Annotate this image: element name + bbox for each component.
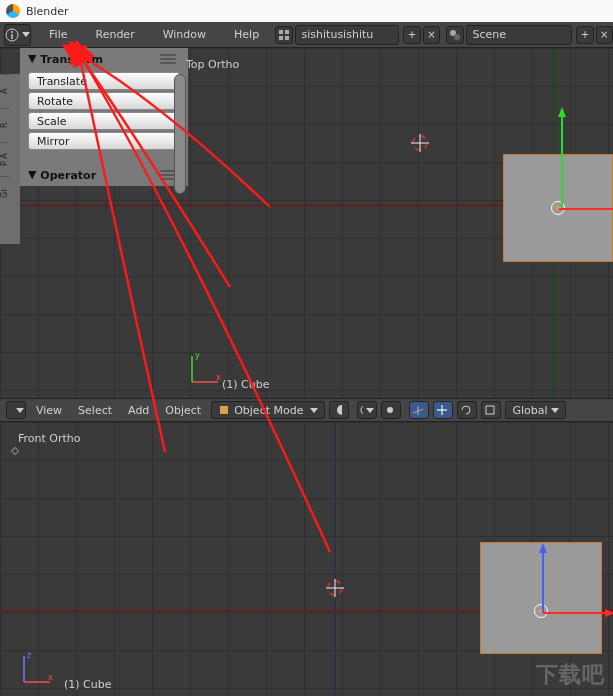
screen-delete-button[interactable]: ×: [423, 26, 440, 44]
drag-handle-icon[interactable]: [160, 52, 180, 66]
watermark: 下载吧: [536, 660, 605, 690]
dropdown-icon: [22, 32, 30, 37]
dropdown-icon: [310, 408, 318, 413]
svg-point-21: [361, 405, 363, 415]
viewport-front[interactable]: Front Ortho z x (1) Cube 下载吧: [0, 422, 613, 696]
active-object-label: (1) Cube: [64, 678, 111, 691]
svg-point-22: [387, 407, 393, 413]
main-app: File Render Window Help sishitusishitu +…: [0, 22, 613, 696]
svg-rect-3: [279, 30, 283, 34]
object-mode-icon: [218, 404, 230, 416]
info-header: File Render Window Help sishitusishitu +…: [0, 22, 613, 48]
tool-panel: ▼ Transform Translate Rotate Scale Mirro…: [20, 48, 188, 186]
viewport-top[interactable]: A R P A Gr ▼ Transform Translate Rotate …: [0, 48, 613, 398]
scene-add-button[interactable]: +: [576, 26, 593, 44]
window-titlebar: Blender: [0, 0, 613, 22]
toolshelf-tab[interactable]: A: [0, 74, 9, 108]
toolpanel-scrollbar[interactable]: [174, 74, 186, 194]
scene-field[interactable]: Scene: [466, 25, 573, 45]
manipulator-translate[interactable]: [433, 401, 453, 419]
rotate-icon: [460, 404, 472, 416]
info-icon: [5, 28, 19, 42]
svg-text:x: x: [216, 373, 221, 382]
mode-dropdown[interactable]: Object Mode: [211, 401, 325, 419]
dropdown-icon: [16, 408, 24, 413]
view3d-header-top: View Select Add Object Object Mode Globa…: [0, 398, 613, 422]
manipulate-center-button[interactable]: [381, 401, 401, 419]
toolshelf-tabs: A R P A Gr: [0, 74, 20, 244]
shading-solid-button[interactable]: [329, 401, 349, 419]
translate-button[interactable]: Translate: [28, 72, 180, 90]
panel-header-operator[interactable]: ▼ Operator: [20, 164, 188, 186]
selected-cube[interactable]: [503, 154, 613, 262]
toolshelf-tab[interactable]: Gr: [0, 176, 9, 210]
svg-rect-18: [220, 406, 228, 414]
svg-text:y: y: [195, 351, 200, 360]
manipulator-rotate[interactable]: [457, 401, 477, 419]
mirror-button[interactable]: Mirror: [28, 132, 180, 150]
menu-help[interactable]: Help: [220, 28, 273, 41]
sphere-solid-icon: [336, 404, 342, 416]
selected-cube[interactable]: [480, 542, 602, 654]
svg-rect-2: [11, 34, 12, 39]
translate-icon: [436, 404, 448, 416]
orientation-label: Global: [512, 404, 547, 417]
active-object-label: (1) Cube: [222, 378, 269, 391]
svg-point-1: [11, 31, 13, 33]
gizmo-x-arrow-icon[interactable]: [543, 609, 613, 617]
svg-text:x: x: [48, 673, 53, 682]
svg-text:z: z: [27, 651, 31, 660]
gizmo-z-arrow-icon[interactable]: [539, 543, 547, 613]
scale-icon: [484, 404, 496, 416]
pivot-button[interactable]: [357, 401, 377, 419]
scene-browse-button[interactable]: [446, 26, 463, 44]
editor-type-button[interactable]: [4, 24, 31, 46]
scene-delete-button[interactable]: ×: [596, 26, 613, 44]
menu-view[interactable]: View: [28, 404, 70, 417]
menu-window[interactable]: Window: [149, 28, 220, 41]
menu-add[interactable]: Add: [120, 404, 157, 417]
screen-layout-field[interactable]: sishitusishitu: [295, 25, 400, 45]
scene-value: Scene: [473, 28, 507, 41]
svg-rect-6: [285, 36, 289, 40]
menu-object[interactable]: Object: [157, 404, 209, 417]
cursor3d-icon: [324, 577, 346, 599]
cursor3d-icon: [409, 132, 431, 154]
pivot-icon: [360, 404, 363, 416]
svg-rect-5: [279, 36, 283, 40]
viewport-name-label: Front Ortho: [18, 432, 81, 445]
screen-browse-button[interactable]: [275, 26, 292, 44]
grid-icon: [278, 29, 290, 41]
svg-rect-4: [285, 30, 289, 34]
operator-label: Operator: [40, 169, 96, 182]
svg-marker-29: [605, 609, 613, 617]
toolshelf-tab[interactable]: P A: [0, 142, 9, 176]
panel-header-transform[interactable]: ▼ Transform: [20, 48, 188, 70]
gizmo-y-arrow-icon[interactable]: [558, 107, 566, 207]
menu-render[interactable]: Render: [82, 28, 149, 41]
scale-button[interactable]: Scale: [28, 112, 180, 130]
scene-icon: [449, 29, 461, 41]
screen-add-button[interactable]: +: [403, 26, 420, 44]
blender-logo-icon: [6, 4, 20, 18]
viewport-name-label: Top Ortho: [186, 58, 239, 71]
svg-point-19: [337, 405, 342, 415]
transform-label: Transform: [40, 53, 103, 66]
mode-label: Object Mode: [234, 404, 303, 417]
menu-file[interactable]: File: [35, 28, 81, 41]
dot-icon: [384, 404, 396, 416]
dropdown-icon: [551, 408, 559, 413]
toolshelf-tab[interactable]: R: [0, 108, 9, 142]
axes-icon: [412, 404, 424, 416]
svg-marker-27: [539, 543, 547, 553]
screen-layout-value: sishitusishitu: [302, 28, 374, 41]
editor-type-button[interactable]: [6, 401, 26, 419]
gizmo-x-arrow-icon[interactable]: [559, 205, 613, 213]
manipulator-scale[interactable]: [481, 401, 501, 419]
rotate-button[interactable]: Rotate: [28, 92, 180, 110]
axis-legend-icon: z x: [18, 648, 58, 688]
menu-select[interactable]: Select: [70, 404, 120, 417]
manipulator-toggle[interactable]: [409, 401, 429, 419]
orientation-dropdown[interactable]: Global: [505, 401, 565, 419]
svg-point-8: [454, 34, 460, 40]
